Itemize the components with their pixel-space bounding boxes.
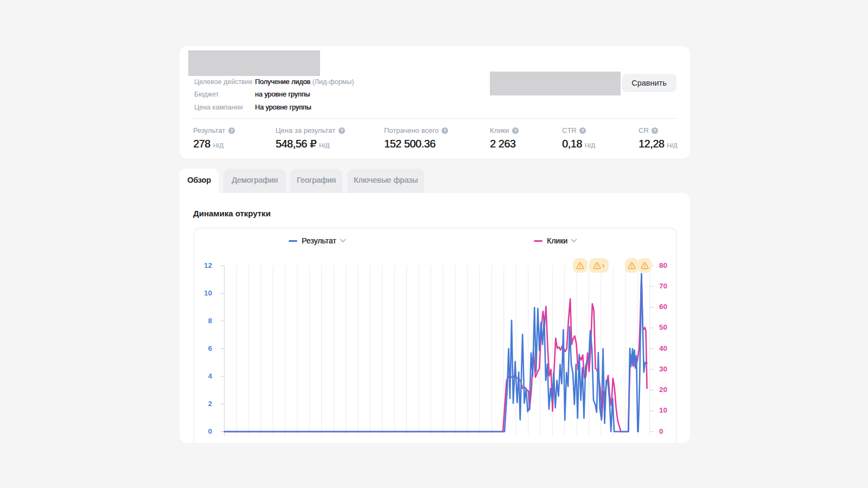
svg-text:2: 2 [208,400,212,408]
svg-text:?: ? [582,127,584,133]
svg-text:0: 0 [659,427,663,435]
svg-text:60: 60 [659,303,667,311]
svg-text:?: ? [654,127,656,133]
svg-text:?: ? [444,127,446,133]
svg-text:40: 40 [659,344,667,352]
svg-text:12: 12 [204,261,212,269]
svg-text:?: ? [230,127,233,133]
svg-text:70: 70 [659,282,667,290]
svg-text:20: 20 [659,386,667,394]
svg-text:6: 6 [208,344,212,352]
svg-text:?: ? [514,127,516,133]
svg-text:4: 4 [208,372,212,380]
svg-text:8: 8 [208,317,212,325]
svg-text:?: ? [340,127,343,133]
svg-text:10: 10 [659,406,667,414]
svg-text:80: 80 [659,261,667,269]
svg-text:0: 0 [208,427,212,435]
svg-text:50: 50 [659,323,667,331]
svg-text:10: 10 [204,289,212,297]
svg-text:30: 30 [659,365,667,373]
